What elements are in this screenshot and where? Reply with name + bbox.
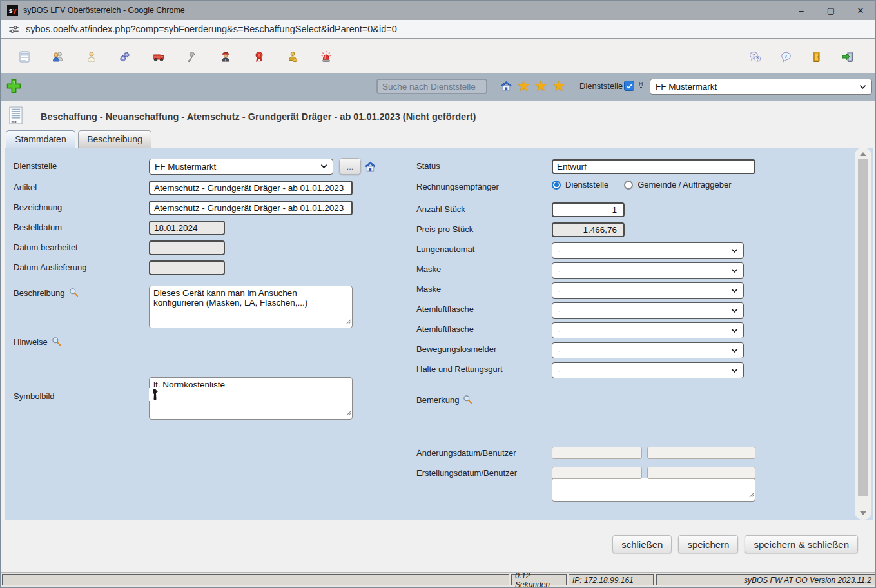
chevron-down-icon [731,368,738,373]
page-title: Beschaffung - Neuanschaffung - Atemschut… [41,112,476,122]
close-form-button[interactable]: schließen [612,535,672,553]
chevron-down-icon [859,84,866,90]
firefighter-icon[interactable] [219,50,233,64]
chevron-down-icon [731,248,738,253]
url-text[interactable]: sybos.ooelfv.at/index.php?comp=sybFoerde… [26,24,397,34]
magnifier-icon[interactable] [69,288,79,297]
status-input[interactable] [552,159,755,174]
window-controls: – ▢ ✕ [786,1,875,20]
radio-label: Gemeinde / Auftraggeber [638,180,731,190]
form-panel: Dienststelle FF Mustermarkt ... Artikel … [5,148,873,520]
help-icon[interactable]: ?? [748,50,762,64]
hierarchy-icon[interactable]: H [639,81,643,88]
wrench-icon[interactable] [185,50,199,64]
maske-select-1[interactable]: - [552,262,744,279]
field-label: Dienststelle [14,161,57,171]
chevron-down-icon [320,164,327,169]
medal-icon[interactable] [252,50,266,64]
home-icon[interactable] [500,80,512,95]
station-select-value: FF Mustermarkt [656,82,717,92]
dienststelle-select-value: FF Mustermarkt [155,162,216,172]
search-input[interactable] [376,79,487,94]
title-bar: sy syBOS LFV Oberösterreich - Google Chr… [1,1,875,20]
field-label: Bemerkung [416,395,472,405]
record-page-icon [8,106,23,128]
report-icon[interactable] [17,50,32,64]
beschreibung-textarea[interactable]: Dieses Gerät kann man im Ansuchen konfig… [149,286,353,328]
field-label: Maske [416,264,441,274]
radio-label: Dienststelle [565,180,608,190]
home-icon[interactable] [364,161,376,173]
bezeichnung-input[interactable] [149,201,353,215]
bestelldatum-input[interactable] [149,220,225,235]
favorite-star-icon[interactable]: ★ [517,77,530,95]
more-button[interactable]: ... [339,158,361,175]
vertical-scrollbar[interactable] [855,148,871,520]
siren-icon[interactable] [319,50,333,64]
save-button[interactable]: speichern [678,535,738,553]
lungenautomat-select[interactable]: - [552,242,744,259]
duration-box: 0.12 Sekunden [511,574,567,585]
radio-gemeinde[interactable] [624,181,633,190]
finance-person-icon[interactable] [286,50,300,64]
field-label: Anzahl Stück [416,204,465,214]
tab-stammdaten[interactable]: Stammdaten [6,130,75,148]
status-bar: 0.12 Sekunden IP: 172.18.99.161 syBOS FW… [1,572,875,587]
settings-gears-icon[interactable] [118,50,132,64]
dienststelle-link[interactable]: Dienststelle [579,81,623,91]
aenderungsbenutzer-input [647,447,755,459]
scrollbar-thumb[interactable] [858,159,868,496]
datum-auslieferung-input[interactable] [149,260,225,275]
logout-icon[interactable] [841,50,855,64]
person-icon[interactable] [84,50,99,64]
info-icon[interactable]: i [779,50,793,64]
hinweise-textarea[interactable]: lt. Normkostenliste [149,377,353,420]
bemerkung-textarea[interactable] [552,478,755,502]
dienststelle-checkbox[interactable] [624,81,634,91]
maske-select-2[interactable]: - [552,282,744,299]
magnifier-icon[interactable] [52,337,61,346]
field-label: Symbolbild [14,391,55,401]
field-label: Datum bearbeitet [14,242,78,252]
field-label: Bestelldatum [14,222,62,232]
firetruck-icon[interactable] [151,50,166,64]
add-icon[interactable] [6,78,22,97]
preis-input[interactable] [552,222,625,237]
field-label: Artikel [14,182,37,192]
minimize-button[interactable]: – [786,1,816,20]
anzahl-input[interactable] [552,202,625,217]
radio-dienststelle[interactable] [552,181,561,190]
bewegungslosmelder-select[interactable]: - [552,342,744,358]
close-button[interactable]: ✕ [846,1,875,20]
dienststelle-select[interactable]: FF Mustermarkt [149,159,333,175]
atemluftflasche-select-2[interactable]: - [552,322,744,338]
favorite-star-icon[interactable]: ★ [534,77,548,95]
site-info-icon[interactable] [8,24,19,35]
station-select[interactable]: FF Mustermarkt [650,79,872,95]
field-label: Datum Auslieferung [14,262,86,272]
door-icon[interactable] [810,50,824,64]
field-label: Bezeichnung [14,202,62,212]
save-and-close-button[interactable]: speichern & schließen [745,535,858,553]
users-icon[interactable] [51,50,65,64]
erstellungsdatum-input [552,467,642,479]
symbolbild-thumbnail[interactable] [149,388,161,401]
favorite-star-icon[interactable]: ★ [552,77,566,95]
scroll-down-icon[interactable] [860,511,866,515]
scroll-up-icon[interactable] [860,152,866,156]
chevron-down-icon [731,268,738,273]
field-label: Halte und Rettungsgurt [416,364,503,374]
atemluftflasche-select-1[interactable]: - [552,302,744,318]
magnifier-icon[interactable] [463,395,472,404]
rettungsgurt-select[interactable]: - [552,362,744,378]
version-box: syBOS FW AT OO Version 2023.11.2 [656,574,875,585]
artikel-input[interactable] [149,181,353,195]
maximize-button[interactable]: ▢ [816,1,846,20]
status-message-box [2,574,509,585]
datum-bearbeitet-input[interactable] [149,240,225,255]
field-label: Hinweise [14,337,61,347]
tab-beschreibung[interactable]: Beschreibung [78,130,151,148]
button-row: schließen speichern speichern & schließe… [1,535,858,553]
main-toolbar: ?? i [1,41,875,73]
sybos-favicon: sy [7,5,18,16]
